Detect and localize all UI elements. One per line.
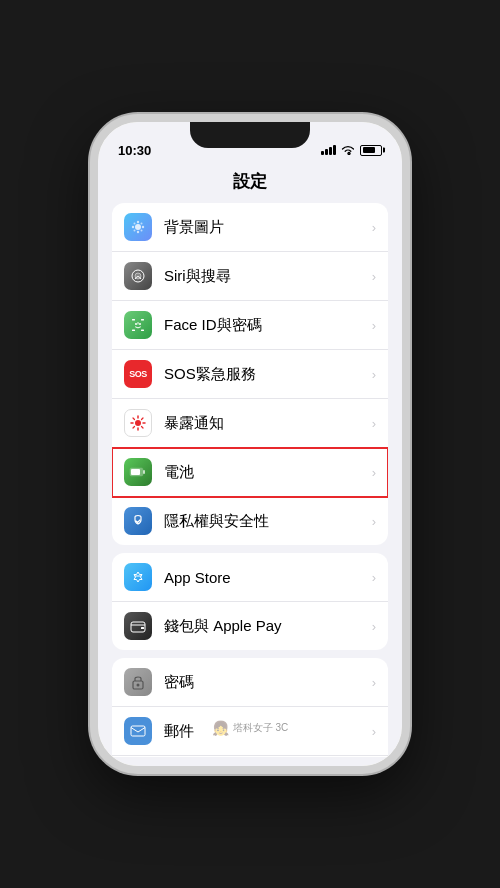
settings-row-faceid[interactable]: Face ID與密碼 ›	[112, 301, 388, 350]
settings-group-2: App Store › 錢包與 Apple Pay ›	[112, 553, 388, 650]
settings-row-appstore[interactable]: App Store ›	[112, 553, 388, 602]
settings-row-siri[interactable]: Siri與搜尋 ›	[112, 252, 388, 301]
appstore-chevron: ›	[372, 570, 376, 585]
passwords-label: 密碼	[164, 673, 368, 692]
faceid-icon	[124, 311, 152, 339]
wallpaper-icon	[124, 213, 152, 241]
status-time: 10:30	[118, 143, 151, 158]
svg-point-2	[137, 231, 139, 233]
svg-point-18	[135, 420, 141, 426]
svg-line-24	[142, 427, 144, 429]
appstore-label: App Store	[164, 569, 368, 586]
settings-row-exposure[interactable]: 暴露通知 ›	[112, 399, 388, 448]
svg-point-7	[134, 230, 136, 232]
settings-row-sos[interactable]: SOS SOS緊急服務 ›	[112, 350, 388, 399]
settings-row-wallpaper[interactable]: 背景圖片 ›	[112, 203, 388, 252]
mail-chevron: ›	[372, 724, 376, 739]
svg-point-16	[139, 323, 141, 325]
svg-point-33	[137, 684, 140, 687]
sos-label: SOS緊急服務	[164, 365, 368, 384]
svg-rect-12	[141, 319, 144, 321]
svg-point-3	[132, 226, 134, 228]
exposure-icon	[124, 409, 152, 437]
settings-row-wallet[interactable]: 錢包與 Apple Pay ›	[112, 602, 388, 650]
sos-icon: SOS	[124, 360, 152, 388]
settings-list[interactable]: 背景圖片 › Siri與搜尋 ›	[98, 203, 402, 757]
faceid-chevron: ›	[372, 318, 376, 333]
wallet-icon	[124, 612, 152, 640]
svg-rect-11	[132, 319, 135, 321]
svg-rect-13	[132, 330, 135, 332]
settings-row-contacts[interactable]: 聯絡人 ›	[112, 756, 388, 757]
battery-status-icon	[360, 145, 382, 156]
appstore-icon	[124, 563, 152, 591]
battery-label: 電池	[164, 463, 368, 482]
phone-screen: 10:30 設定	[98, 122, 402, 766]
settings-group-1: 背景圖片 › Siri與搜尋 ›	[112, 203, 388, 545]
svg-rect-29	[143, 470, 145, 474]
passwords-chevron: ›	[372, 675, 376, 690]
svg-point-6	[141, 223, 143, 225]
svg-point-4	[142, 226, 144, 228]
watermark: 👧 塔科女子 3C	[212, 720, 289, 736]
wallet-label: 錢包與 Apple Pay	[164, 617, 368, 636]
svg-rect-14	[141, 330, 144, 332]
siri-chevron: ›	[372, 269, 376, 284]
notch	[190, 122, 310, 148]
svg-point-15	[135, 323, 137, 325]
svg-point-0	[135, 224, 141, 230]
sos-chevron: ›	[372, 367, 376, 382]
settings-row-privacy[interactable]: 隱私權與安全性 ›	[112, 497, 388, 545]
svg-point-1	[137, 221, 139, 223]
svg-rect-28	[131, 469, 140, 475]
exposure-chevron: ›	[372, 416, 376, 431]
wallpaper-label: 背景圖片	[164, 218, 368, 237]
wallpaper-chevron: ›	[372, 220, 376, 235]
svg-line-25	[142, 418, 144, 420]
siri-icon	[124, 262, 152, 290]
battery-icon	[124, 458, 152, 486]
signal-icon	[321, 145, 336, 155]
settings-row-passwords[interactable]: 密碼 ›	[112, 658, 388, 707]
svg-line-26	[133, 427, 135, 429]
privacy-label: 隱私權與安全性	[164, 512, 368, 531]
exposure-label: 暴露通知	[164, 414, 368, 433]
svg-point-8	[141, 230, 143, 232]
faceid-label: Face ID與密碼	[164, 316, 368, 335]
mail-icon	[124, 717, 152, 745]
siri-label: Siri與搜尋	[164, 267, 368, 286]
privacy-icon	[124, 507, 152, 535]
settings-row-battery[interactable]: 電池 ›	[112, 448, 388, 497]
phone-frame: 10:30 設定	[90, 114, 410, 774]
passwords-icon	[124, 668, 152, 696]
svg-point-5	[134, 223, 136, 225]
page-title: 設定	[98, 166, 402, 203]
svg-line-23	[133, 418, 135, 420]
wifi-icon	[341, 145, 355, 155]
settings-group-3: 密碼 › 郵件 ›	[112, 658, 388, 757]
wallet-chevron: ›	[372, 619, 376, 634]
status-icons	[321, 145, 382, 156]
svg-rect-34	[131, 726, 145, 736]
privacy-chevron: ›	[372, 514, 376, 529]
svg-rect-31	[141, 627, 144, 629]
battery-chevron: ›	[372, 465, 376, 480]
